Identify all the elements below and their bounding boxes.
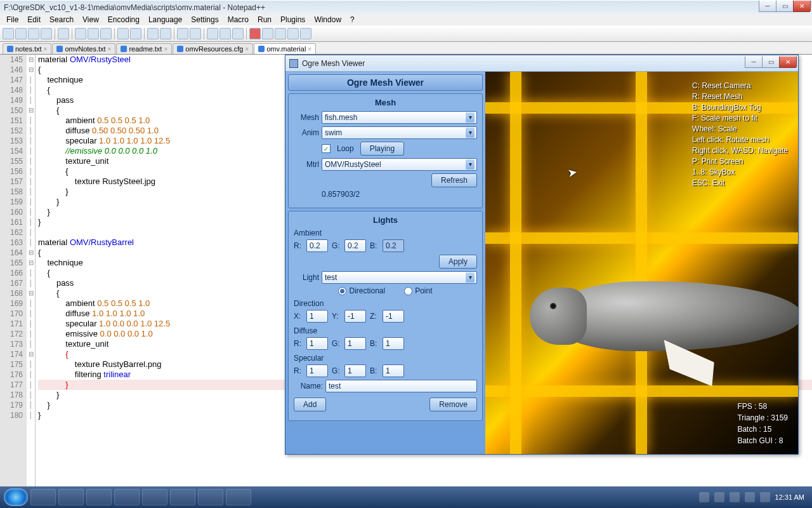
- tab-omvmaterial[interactable]: omv.material×: [254, 43, 316, 54]
- toolbar-record-icon[interactable]: [249, 28, 261, 39]
- taskbar-app[interactable]: [226, 489, 251, 505]
- tab-readme[interactable]: readme.txt×: [116, 43, 172, 54]
- menu-search[interactable]: Search: [46, 15, 77, 25]
- tab-close-icon[interactable]: ×: [164, 46, 167, 53]
- add-light-button[interactable]: Add: [294, 398, 326, 411]
- diffuse-label: Diffuse: [294, 326, 477, 335]
- toolbar-play-icon[interactable]: [262, 28, 273, 39]
- tab-omvnotes[interactable]: omvNotes.txt×: [52, 43, 115, 54]
- menu-view[interactable]: View: [79, 15, 103, 25]
- dir-x-input[interactable]: 1: [306, 310, 328, 323]
- taskbar-app[interactable]: [86, 489, 112, 505]
- toolbar-indent-icon[interactable]: [232, 28, 244, 39]
- light-label: Light: [294, 273, 319, 282]
- toolbar-saveall-icon[interactable]: [41, 28, 52, 39]
- toolbar-find-icon[interactable]: [147, 28, 159, 39]
- light-select[interactable]: test: [322, 271, 477, 284]
- omv-control-panel: Ogre Mesh Viewer Mesh Meshfish.mesh Anim…: [285, 72, 485, 454]
- toolbar-replace-icon[interactable]: [160, 28, 171, 39]
- diffuse-b-input[interactable]: 1: [383, 337, 404, 350]
- specular-g-input[interactable]: 1: [344, 364, 366, 377]
- taskbar-app[interactable]: [170, 489, 195, 505]
- toolbar-paste-icon[interactable]: [100, 28, 112, 39]
- tab-close-icon[interactable]: ×: [245, 46, 249, 53]
- dir-z-input[interactable]: -1: [383, 310, 404, 323]
- taskbar-app[interactable]: [142, 489, 167, 505]
- cursor-icon: ➤: [566, 165, 579, 180]
- specular-r-input[interactable]: 1: [306, 364, 328, 377]
- loop-checkbox[interactable]: ✓: [322, 144, 331, 153]
- apply-button[interactable]: Apply: [439, 255, 477, 269]
- taskbar-app[interactable]: [30, 489, 56, 505]
- toolbar-cut-icon[interactable]: [75, 28, 86, 39]
- tray-network-icon[interactable]: [760, 492, 770, 502]
- toolbar-open-icon[interactable]: [15, 28, 27, 39]
- ambient-r-input[interactable]: 0.2: [306, 239, 328, 252]
- directional-radio[interactable]: [338, 287, 346, 295]
- toolbar-zoomin-icon[interactable]: [177, 28, 188, 39]
- toolbar-allchars-icon[interactable]: [219, 28, 231, 39]
- toolbar-new-icon[interactable]: [3, 28, 14, 39]
- tray-icon[interactable]: [699, 492, 709, 502]
- toolbar-playback-icon[interactable]: [287, 28, 299, 39]
- toolbar-undo-icon[interactable]: [117, 28, 129, 39]
- notepadpp-titlebar[interactable]: F:\OgreSDK_vc10_v1-8-1\media\omvMedia\sc…: [0, 0, 812, 14]
- mesh-select[interactable]: fish.mesh: [322, 111, 477, 124]
- menu-file[interactable]: File: [3, 15, 22, 25]
- toolbar-zoomout-icon[interactable]: [190, 28, 201, 39]
- fold-gutter[interactable]: ⊟ ⊟ │ │ │ ⊟ │ │ │ │ │ │ │ │ │ │ │ │ │ ⊟ …: [27, 55, 36, 495]
- light-name-input[interactable]: test: [325, 380, 477, 392]
- ambient-b-input[interactable]: 0.2: [383, 239, 404, 252]
- clock[interactable]: 12:31 AM: [775, 493, 808, 501]
- tray-icon[interactable]: [730, 492, 740, 502]
- anim-select[interactable]: swim: [322, 126, 477, 139]
- 3d-viewport[interactable]: ➤ C: Reset Camera R: Reset Mesh B: Bound…: [485, 72, 798, 454]
- tab-close-icon[interactable]: ×: [44, 46, 48, 53]
- toolbar-redo-icon[interactable]: [130, 28, 141, 39]
- taskbar-app[interactable]: [198, 489, 223, 505]
- point-radio[interactable]: [404, 287, 412, 295]
- tab-close-icon[interactable]: ×: [308, 46, 311, 53]
- toolbar-stop-icon[interactable]: [275, 28, 286, 39]
- menu-plugins[interactable]: Plugins: [277, 15, 309, 25]
- minimize-button[interactable]: ─: [759, 1, 776, 12]
- ambient-g-input[interactable]: 0.2: [344, 239, 366, 252]
- dir-y-input[interactable]: -1: [344, 310, 366, 323]
- omv-minimize-button[interactable]: ─: [745, 57, 763, 68]
- point-label: Point: [415, 286, 432, 295]
- remove-light-button[interactable]: Remove: [429, 398, 477, 411]
- start-button[interactable]: [4, 488, 28, 506]
- menu-edit[interactable]: Edit: [23, 15, 44, 25]
- toolbar-save-icon[interactable]: [28, 28, 39, 39]
- menu-language[interactable]: Language: [145, 15, 186, 25]
- menu-settings[interactable]: Settings: [187, 15, 222, 25]
- taskbar-app[interactable]: [58, 489, 84, 505]
- menu-window[interactable]: Window: [310, 15, 345, 25]
- tray-icon[interactable]: [714, 492, 724, 502]
- refresh-button[interactable]: Refresh: [431, 173, 477, 187]
- name-label: Name:: [294, 382, 323, 391]
- menu-encoding[interactable]: Encoding: [104, 15, 143, 25]
- material-select[interactable]: OMV/RustySteel: [322, 158, 477, 171]
- diffuse-r-input[interactable]: 1: [306, 337, 328, 350]
- menu-macro[interactable]: Macro: [224, 15, 252, 25]
- tray-volume-icon[interactable]: [745, 492, 755, 502]
- maximize-button[interactable]: ▭: [776, 1, 794, 12]
- omv-titlebar[interactable]: Ogre Mesh Viewer ─ ▭ ✕: [285, 55, 798, 72]
- menu-run[interactable]: Run: [254, 15, 275, 25]
- menu-help[interactable]: ?: [346, 15, 358, 25]
- playing-button[interactable]: Playing: [360, 142, 404, 156]
- toolbar-print-icon[interactable]: [58, 28, 69, 39]
- specular-b-input[interactable]: 1: [383, 364, 404, 377]
- tab-omvresources[interactable]: omvResources.cfg×: [173, 43, 253, 54]
- tab-notes[interactable]: notes.txt×: [3, 43, 51, 54]
- omv-close-button[interactable]: ✕: [779, 57, 797, 68]
- toolbar-fastfwd-icon[interactable]: [300, 28, 311, 39]
- omv-maximize-button[interactable]: ▭: [762, 57, 780, 68]
- diffuse-g-input[interactable]: 1: [344, 337, 366, 350]
- toolbar-copy-icon[interactable]: [88, 28, 99, 39]
- toolbar-wrap-icon[interactable]: [207, 28, 218, 39]
- tab-close-icon[interactable]: ×: [108, 46, 112, 53]
- taskbar-app[interactable]: [114, 489, 140, 505]
- close-button[interactable]: ✕: [793, 1, 811, 12]
